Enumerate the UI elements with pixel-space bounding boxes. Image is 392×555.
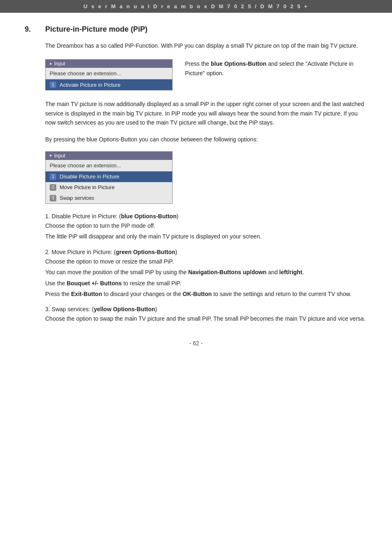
- option1-line2: The little PiP will disappear and only t…: [45, 232, 367, 241]
- menu-num-2-3: 3: [50, 195, 56, 201]
- ui-subtitle-2: Please choose an extension...: [46, 160, 172, 171]
- ui-box-2: ✦ Input Please choose an extension... 1 …: [45, 151, 173, 204]
- menu-num-2-2: 2: [50, 184, 56, 191]
- option2-title-bold: green Options-Button: [116, 249, 175, 255]
- body-paragraph-1: The main TV picture is now additionally …: [45, 99, 367, 127]
- option2-line1: Choose the option to move or resize the …: [45, 257, 367, 266]
- option2-line4: Press the Exit-Button to discard your ch…: [45, 289, 367, 298]
- caption1-bold: blue Options-Button: [211, 60, 266, 67]
- ui-title-label-2: Input: [54, 153, 65, 159]
- input-icon-1: ✦: [49, 62, 52, 66]
- option2-title: 2. Move Picture in Picture: (green Optio…: [45, 249, 367, 255]
- option2-title-part2: ): [175, 249, 178, 255]
- menu-label-2-1: Disable Picture in Picture: [60, 173, 119, 180]
- screenshot2-area: ✦ Input Please choose an extension... 1 …: [45, 151, 367, 204]
- ui-menu-item-2-3: 3 Swap services: [46, 193, 172, 204]
- header-title: U s e r M a n u a l D r e a m b o x D M …: [83, 3, 309, 9]
- caption1: Press the blue Options-Button and select…: [185, 59, 367, 78]
- ui-title-bar-2: ✦ Input: [46, 152, 172, 160]
- menu-label-2-2: Move Picture in Picture: [60, 184, 115, 190]
- ui-title-label-1: Input: [54, 61, 65, 67]
- input-icon-2: ✦: [49, 153, 52, 158]
- ui-subtitle-1: Please choose an extension...: [46, 68, 172, 79]
- ui-title-bar-1: ✦ Input: [46, 60, 172, 68]
- option1-line1: Choose the option to turn the PiP mode o…: [45, 221, 367, 230]
- option1-title-part2: ): [177, 213, 179, 220]
- option1-title: 1. Disable Picture in Picture: (blue Opt…: [45, 213, 367, 220]
- body-paragraph-2: By pressing the blue Options-Button you …: [45, 135, 367, 144]
- option3-title-part2: ): [155, 306, 157, 312]
- header-bar: U s e r M a n u a l D r e a m b o x D M …: [0, 0, 392, 13]
- page-number: - 62 -: [189, 340, 203, 347]
- section-number: 9.: [25, 25, 37, 34]
- page-content: 9. Picture-in-Picture mode (PiP) The Dre…: [0, 13, 392, 371]
- option-section-1: 1. Disable Picture in Picture: (blue Opt…: [45, 213, 367, 241]
- option3-title-bold: yellow Options-Button: [94, 306, 155, 312]
- ui-box-1: ✦ Input Please choose an extension... 1 …: [45, 59, 173, 90]
- ui-menu-item-2-2: 2 Move Picture in Picture: [46, 182, 172, 193]
- option-section-3: 3. Swap services: (yellow Options-Button…: [45, 306, 367, 323]
- option3-line1: Choose the option to swap the main TV pi…: [45, 314, 367, 323]
- option2-title-part1: 2. Move Picture in Picture: (: [45, 249, 116, 255]
- option2-line3: Use the Bouquet +/- Buttons to resize th…: [45, 279, 367, 288]
- option1-title-part1: 1. Disable Picture in Picture: (: [45, 213, 121, 220]
- menu-label-1-1: Activate Picture in Picture: [60, 82, 120, 88]
- caption1-part1: Press the: [185, 60, 211, 67]
- page-footer: - 62 -: [25, 340, 367, 347]
- option3-title: 3. Swap services: (yellow Options-Button…: [45, 306, 367, 312]
- ui-menu-item-2-1: 1 Disable Picture in Picture: [46, 171, 172, 182]
- section-title: Picture-in-Picture mode (PiP): [45, 25, 148, 34]
- menu-label-2-3: Swap services: [60, 195, 94, 201]
- ui-menu-item-1-1: 1 Activate Picture in Picture: [46, 79, 172, 90]
- option3-title-part1: 3. Swap services: (: [45, 306, 94, 312]
- option2-line2: You can move the position of the small P…: [45, 268, 367, 277]
- screenshot1-area: ✦ Input Please choose an extension... 1 …: [45, 59, 367, 90]
- option-section-2: 2. Move Picture in Picture: (green Optio…: [45, 249, 367, 299]
- menu-num-2-1: 1: [50, 173, 56, 180]
- menu-num-1-1: 1: [50, 81, 56, 88]
- intro-paragraph: The Dreambox has a so called PiP-Functio…: [45, 41, 367, 50]
- option1-title-bold: blue Options-Button: [121, 213, 176, 220]
- section-heading: 9. Picture-in-Picture mode (PiP): [25, 25, 367, 34]
